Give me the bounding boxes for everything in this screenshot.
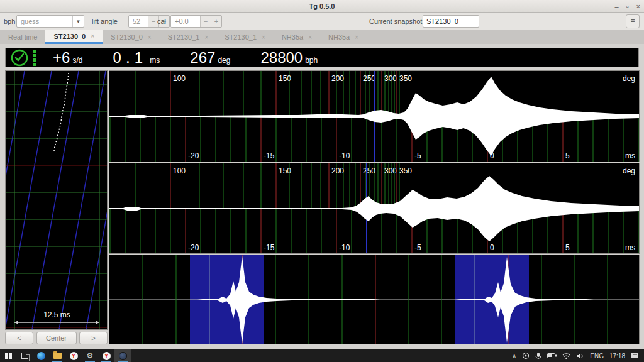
network-wifi-icon[interactable]: [562, 353, 570, 359]
battery-icon[interactable]: [547, 353, 557, 359]
strip-navigation: < Center >: [5, 332, 108, 344]
tab-st2130_0-1[interactable]: ST2130_0×: [45, 30, 103, 44]
svg-text:-20: -20: [188, 151, 199, 160]
chevron-down-icon[interactable]: ▼: [72, 16, 84, 27]
svg-text:-5: -5: [414, 243, 421, 252]
audio-beats-chart: [109, 255, 639, 344]
beat-error-value: 0.1: [113, 49, 147, 67]
svg-text:300: 300: [384, 74, 397, 83]
tab-bar: Real timeST2130_0×ST2130_0×ST2130_1×ST21…: [0, 30, 644, 44]
tab-close-icon[interactable]: ×: [308, 34, 312, 41]
tab-st2130_0-2[interactable]: ST2130_0×: [103, 30, 160, 44]
svg-text:5: 5: [565, 151, 570, 160]
tab-st2130_1-3[interactable]: ST2130_1×: [160, 30, 217, 44]
svg-text:0: 0: [490, 243, 494, 252]
tab-nh35a-5[interactable]: NH35a×: [274, 30, 320, 44]
cal-minus-button[interactable]: −: [200, 16, 211, 27]
lift-angle-value[interactable]: 52: [129, 16, 148, 27]
center-button[interactable]: Center: [36, 332, 77, 344]
microphone-icon[interactable]: [535, 352, 541, 360]
svg-text:-10: -10: [339, 151, 350, 160]
tg-app-icon[interactable]: [114, 349, 131, 362]
task-view-icon[interactable]: [16, 349, 33, 362]
windows-taskbar: Y ⚙ Y ∧: [0, 349, 644, 362]
tab-label: ST2130_1: [168, 33, 200, 41]
svg-text:350: 350: [399, 74, 412, 83]
file-explorer-icon[interactable]: [49, 349, 65, 362]
svg-text:100: 100: [173, 74, 186, 83]
cal-spinner[interactable]: +0.0 − +: [170, 15, 222, 28]
tab-label: ST2130_0: [111, 33, 143, 41]
tab-label: ST2130_0: [53, 33, 86, 40]
bph-label: bph: [4, 18, 15, 25]
clock-status-icon: [9, 48, 31, 67]
maximize-button[interactable]: ▫: [626, 0, 629, 13]
svg-text:deg: deg: [623, 74, 635, 83]
language-indicator[interactable]: ENG: [590, 353, 604, 359]
settings-gear-icon[interactable]: ⚙: [82, 349, 98, 362]
volume-icon[interactable]: [576, 353, 584, 359]
svg-text:-15: -15: [264, 243, 275, 252]
current-snapshot-label: Current snapshot:: [369, 18, 424, 25]
scroll-right-button[interactable]: >: [79, 332, 108, 344]
tab-close-icon[interactable]: ×: [355, 34, 358, 41]
tray-expand-icon[interactable]: ∧: [512, 353, 516, 359]
svg-text:-10: -10: [339, 243, 350, 252]
start-button[interactable]: [0, 349, 16, 362]
amplitude-unit: deg: [218, 56, 230, 65]
audio-beats-panel: [109, 255, 640, 344]
tab-real-time-0[interactable]: Real time: [0, 30, 45, 44]
beat-error-unit: ms: [150, 56, 160, 65]
svg-text:12.5 ms: 12.5 ms: [43, 310, 70, 319]
window-title: Tg 0.5.0: [309, 3, 335, 10]
tab-label: NH35a: [328, 33, 350, 41]
svg-text:deg: deg: [623, 167, 635, 175]
paper-strip-chart: 12.5 ms: [6, 71, 107, 329]
title-bar: Tg 0.5.0 – ▫ ×: [0, 0, 644, 13]
edge-browser-icon[interactable]: [33, 349, 49, 362]
tab-nh35a-6[interactable]: NH35a×: [320, 30, 367, 44]
menu-button[interactable]: ≡: [626, 14, 640, 28]
tab-close-icon[interactable]: ×: [204, 34, 208, 41]
bph-combobox[interactable]: guess ▼: [16, 15, 84, 28]
notifications-icon[interactable]: [631, 352, 639, 359]
clock-time[interactable]: 17:18: [609, 353, 625, 359]
svg-text:100: 100: [173, 167, 186, 175]
close-button[interactable]: ×: [636, 0, 640, 13]
tick-pulse-panel: -20-15-10-505100150200250300350degms: [109, 70, 640, 162]
tab-label: NH35a: [282, 33, 303, 41]
yandex-browser-icon[interactable]: Y: [65, 349, 82, 362]
cal-label: cal: [157, 18, 166, 25]
svg-text:5: 5: [565, 243, 570, 252]
main-content: +6 s/d 0.1 ms 267 deg 28800 bph 12.5 ms: [0, 44, 644, 349]
svg-text:-20: -20: [188, 243, 199, 252]
tab-close-icon[interactable]: ×: [262, 34, 265, 41]
svg-text:300: 300: [384, 167, 397, 175]
cal-value[interactable]: +0.0: [171, 16, 200, 27]
tab-close-icon[interactable]: ×: [148, 34, 152, 41]
tab-close-icon[interactable]: ×: [91, 33, 94, 40]
svg-text:200: 200: [331, 74, 344, 83]
paper-strip-display[interactable]: 12.5 ms: [5, 70, 108, 330]
status-circle-icon[interactable]: [522, 352, 530, 359]
svg-text:200: 200: [331, 167, 344, 175]
svg-text:150: 150: [279, 74, 291, 83]
svg-text:250: 250: [363, 167, 375, 175]
bph-rate-unit: bph: [305, 56, 318, 65]
lift-angle-label: lift angle: [92, 18, 118, 25]
cal-plus-button[interactable]: +: [211, 16, 221, 27]
tick-pulse-chart: -20-15-10-505100150200250300350degms: [109, 71, 639, 162]
svg-text:350: 350: [399, 167, 412, 175]
tock-pulse-chart: -20-15-10-505100150200250300350degms: [109, 163, 639, 253]
minimize-button[interactable]: –: [615, 0, 619, 13]
toolbar: bph guess ▼ lift angle 52 − + cal +0.0 −…: [0, 13, 644, 30]
svg-text:ms: ms: [625, 151, 635, 160]
snapshot-name-input[interactable]: ST2130_0: [423, 15, 479, 28]
svg-text:-5: -5: [414, 151, 421, 160]
yandex-app-icon[interactable]: Y: [98, 349, 114, 362]
tab-st2130_1-4[interactable]: ST2130_1×: [216, 30, 274, 44]
scroll-left-button[interactable]: <: [5, 332, 33, 344]
signal-level-icon: [33, 50, 36, 66]
rate-unit: s/d: [72, 56, 82, 65]
bph-rate-value: 28800: [260, 49, 303, 67]
